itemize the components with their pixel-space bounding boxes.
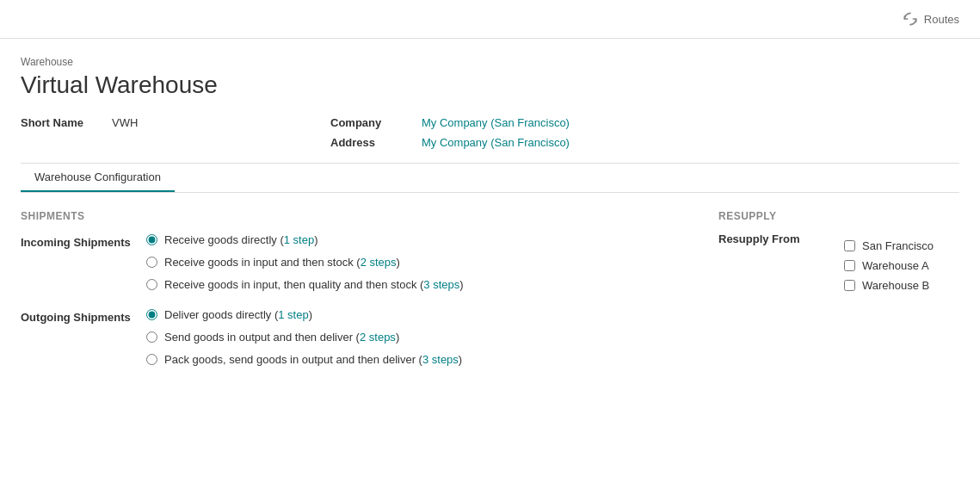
- incoming-radio-3[interactable]: [146, 279, 157, 290]
- resupply-label-3: Warehouse B: [862, 279, 929, 292]
- resupply-checkbox-2[interactable]: [844, 260, 855, 271]
- address-value[interactable]: My Company (San Francisco): [422, 136, 570, 149]
- incoming-shipments: Incoming Shipments Receive goods directl…: [21, 232, 667, 294]
- resupply-checkbox-3[interactable]: [844, 280, 855, 291]
- main-content: Warehouse Virtual Warehouse Short Name V…: [0, 39, 980, 385]
- resupply-from: Resupply From San Francisco Warehouse A …: [718, 232, 959, 292]
- tab-label: Warehouse Configuration: [34, 170, 161, 183]
- short-name-field: Short Name VWH: [21, 116, 279, 149]
- incoming-radio-2[interactable]: [146, 257, 157, 268]
- short-name-value: VWH: [112, 116, 138, 129]
- resupply-option-3[interactable]: Warehouse B: [844, 279, 959, 292]
- routes-icon: [902, 10, 919, 28]
- tabs: Warehouse Configuration: [21, 164, 959, 193]
- outgoing-option-2[interactable]: Send goods in output and then deliver (2…: [146, 330, 667, 345]
- routes-label: Routes: [924, 13, 959, 26]
- incoming-highlight-1: 1 step: [284, 233, 314, 246]
- outgoing-highlight-1: 1 step: [278, 308, 308, 321]
- shipments-title: Shipments: [21, 210, 667, 222]
- outgoing-option-3[interactable]: Pack goods, send goods in output and the…: [146, 352, 667, 368]
- resupply-section: Resupply Resupply From San Francisco War…: [718, 210, 959, 368]
- short-name-label: Short Name: [21, 116, 98, 129]
- resupply-from-label: Resupply From: [718, 232, 830, 245]
- incoming-label-3: Receive goods in input, then quality and…: [164, 277, 464, 293]
- page-title: Virtual Warehouse: [21, 71, 959, 99]
- incoming-label-1: Receive goods directly (1 step): [164, 232, 318, 248]
- resupply-title: Resupply: [718, 210, 959, 222]
- shipments-section: Shipments Incoming Shipments Receive goo…: [21, 210, 667, 368]
- outgoing-radio-1[interactable]: [146, 309, 157, 320]
- incoming-radio-group: Receive goods directly (1 step) Receive …: [146, 232, 667, 294]
- outgoing-highlight-3: 3 steps: [422, 353, 459, 366]
- config-body: Shipments Incoming Shipments Receive goo…: [21, 210, 959, 368]
- outgoing-radio-2[interactable]: [146, 331, 157, 343]
- form-fields: Short Name VWH Company My Company (San F…: [21, 116, 959, 149]
- resupply-option-1[interactable]: San Francisco: [844, 239, 959, 252]
- incoming-radio-1[interactable]: [146, 234, 157, 245]
- address-label: Address: [330, 136, 408, 149]
- outgoing-shipments: Outgoing Shipments Deliver goods directl…: [21, 307, 667, 369]
- outgoing-label: Outgoing Shipments: [21, 311, 133, 324]
- company-label: Company: [330, 116, 408, 129]
- resupply-option-2[interactable]: Warehouse A: [844, 259, 959, 272]
- outgoing-label-3: Pack goods, send goods in output and the…: [164, 352, 462, 368]
- incoming-option-2[interactable]: Receive goods in input and then stock (2…: [146, 255, 667, 270]
- outgoing-option-1[interactable]: Deliver goods directly (1 step): [146, 307, 667, 323]
- incoming-label: Incoming Shipments: [21, 236, 133, 249]
- outgoing-label-2: Send goods in output and then deliver (2…: [164, 330, 399, 345]
- outgoing-label-1: Deliver goods directly (1 step): [164, 307, 312, 323]
- address-row: Address My Company (San Francisco): [330, 136, 570, 149]
- resupply-checkbox-group: San Francisco Warehouse A Warehouse B: [844, 239, 959, 292]
- outgoing-grid: Outgoing Shipments Deliver goods directl…: [21, 307, 667, 369]
- company-row: Company My Company (San Francisco): [330, 116, 570, 129]
- outgoing-radio-group: Deliver goods directly (1 step) Send goo…: [146, 307, 667, 369]
- right-fields: Company My Company (San Francisco) Addre…: [330, 116, 570, 149]
- resupply-label-2: Warehouse A: [862, 259, 929, 272]
- incoming-highlight-2: 2 steps: [361, 256, 397, 269]
- top-bar: Routes: [0, 0, 980, 39]
- routes-button[interactable]: Routes: [895, 7, 966, 31]
- outgoing-radio-3[interactable]: [146, 354, 157, 365]
- resupply-checkbox-1[interactable]: [844, 240, 855, 251]
- resupply-label-1: San Francisco: [862, 239, 934, 252]
- incoming-option-1[interactable]: Receive goods directly (1 step): [146, 232, 667, 248]
- incoming-highlight-3: 3 steps: [423, 278, 459, 291]
- breadcrumb: Warehouse: [21, 56, 959, 68]
- incoming-option-3[interactable]: Receive goods in input, then quality and…: [146, 277, 667, 293]
- incoming-label-2: Receive goods in input and then stock (2…: [164, 255, 400, 270]
- tab-warehouse-configuration[interactable]: Warehouse Configuration: [21, 164, 175, 192]
- outgoing-highlight-2: 2 steps: [360, 331, 396, 344]
- company-value[interactable]: My Company (San Francisco): [422, 116, 570, 129]
